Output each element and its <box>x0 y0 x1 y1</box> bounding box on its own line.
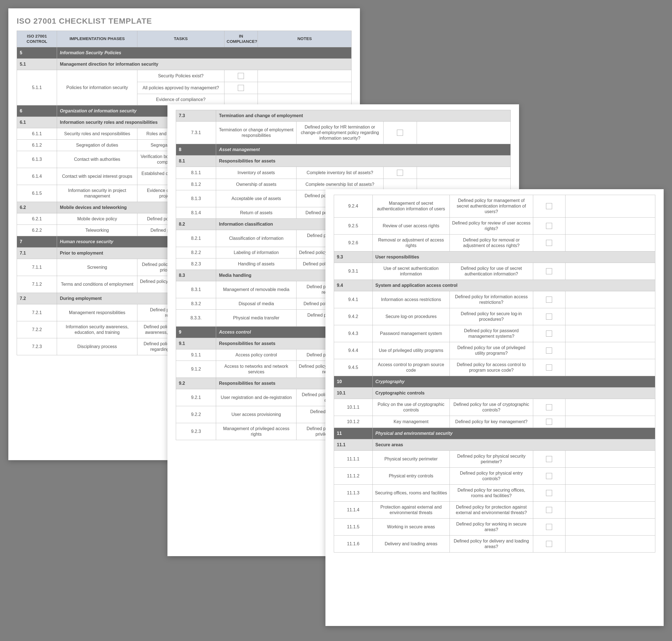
implementation-phase: Working in secure areas <box>372 519 450 535</box>
implementation-phase: Physical security perimeter <box>372 451 450 468</box>
section-label: Asset management <box>216 144 511 155</box>
document-canvas: ISO 27001 CHECKLIST TEMPLATEISO 27001 CO… <box>0 0 672 641</box>
compliance-checkbox[interactable] <box>546 524 552 530</box>
compliance-checkbox[interactable] <box>546 347 552 354</box>
compliance-checkbox[interactable] <box>546 240 552 246</box>
compliance-checkbox[interactable] <box>546 473 552 479</box>
compliance-cell <box>533 342 565 359</box>
control-id: 9.4.4 <box>334 342 373 359</box>
task-text: Defined policy for working in secure are… <box>450 519 533 535</box>
subsection-label: Termination and change of employment <box>216 110 511 122</box>
notes-cell[interactable] <box>258 82 352 94</box>
section-label: Physical and environmental security <box>372 428 655 439</box>
compliance-checkbox[interactable] <box>238 73 244 79</box>
compliance-checkbox[interactable] <box>546 268 552 274</box>
compliance-checkbox[interactable] <box>397 170 403 176</box>
notes-cell[interactable] <box>565 502 655 519</box>
compliance-checkbox[interactable] <box>546 507 552 513</box>
implementation-phase: Labeling of information <box>216 247 297 258</box>
compliance-cell <box>533 195 565 218</box>
implementation-phase: Use of privileged utility programs <box>372 342 450 359</box>
implementation-phase: Security roles and responsibilities <box>57 128 137 139</box>
implementation-phase: Segregation of duties <box>57 139 137 151</box>
control-id: 9.2.4 <box>334 195 373 218</box>
compliance-checkbox[interactable] <box>238 85 244 91</box>
task-text: Defined policy for protection against ex… <box>450 502 533 519</box>
compliance-cell <box>533 468 565 485</box>
notes-cell[interactable] <box>417 179 511 190</box>
control-id: 8.2.1 <box>176 230 216 247</box>
compliance-cell <box>533 535 565 553</box>
phases-header: IMPLEMENTATION PHASES <box>57 31 137 47</box>
notes-cell[interactable] <box>565 535 655 553</box>
compliance-checkbox[interactable] <box>397 129 403 136</box>
notes-cell[interactable] <box>258 70 352 82</box>
control-id: 7.1.2 <box>17 276 57 293</box>
control-id: 9.2.6 <box>334 234 373 251</box>
implementation-phase: Screening <box>57 259 137 276</box>
compliance-checkbox[interactable] <box>546 203 552 209</box>
table-row: 8.1.1Inventory of assetsComplete invento… <box>176 167 511 179</box>
control-id: 9.3.1 <box>334 263 373 280</box>
compliance-checkbox[interactable] <box>546 297 552 303</box>
notes-cell[interactable] <box>565 451 655 468</box>
compliance-cell <box>533 451 565 468</box>
notes-cell[interactable] <box>565 218 655 234</box>
notes-cell[interactable] <box>565 291 655 308</box>
notes-cell[interactable] <box>417 167 511 179</box>
control-id: 9.2.2 <box>176 406 216 423</box>
implementation-phase: Use of secret authentication information <box>372 263 450 280</box>
compliance-checkbox[interactable] <box>546 330 552 337</box>
notes-cell[interactable] <box>565 263 655 280</box>
compliance-checkbox[interactable] <box>546 314 552 320</box>
implementation-phase: Management responsibilities <box>57 304 137 321</box>
compliance-checkbox[interactable] <box>546 223 552 229</box>
implementation-phase: Handling of assets <box>216 258 297 270</box>
notes-cell[interactable] <box>565 468 655 485</box>
compliance-checkbox[interactable] <box>546 419 552 425</box>
control-id: 9.1.1 <box>176 350 216 361</box>
compliance-cell <box>533 502 565 519</box>
compliance-checkbox[interactable] <box>546 490 552 496</box>
subsection-id: 7.2 <box>17 293 57 304</box>
compliance-checkbox[interactable] <box>546 541 552 547</box>
control-id: 11.1.1 <box>334 451 373 468</box>
notes-cell[interactable] <box>565 308 655 325</box>
notes-cell[interactable] <box>258 94 352 105</box>
implementation-phase: Termination or change of employment resp… <box>216 122 297 144</box>
notes-cell[interactable] <box>565 325 655 342</box>
section-id: 10 <box>334 376 373 387</box>
compliance-checkbox[interactable] <box>546 365 552 371</box>
notes-cell[interactable] <box>565 359 655 376</box>
control-id: 11.1.4 <box>334 502 373 519</box>
control-id: 9.4.5 <box>334 359 373 376</box>
implementation-phase: Physical entry controls <box>372 468 450 485</box>
notes-cell[interactable] <box>417 122 511 144</box>
implementation-phase: Mobile device policy <box>57 213 137 224</box>
page-3: 9.2.4Management of secret authentication… <box>326 189 664 626</box>
compliance-cell <box>533 218 565 234</box>
subsection-id: 8.3 <box>176 270 216 281</box>
compliance-checkbox[interactable] <box>546 404 552 410</box>
notes-cell[interactable] <box>565 195 655 218</box>
notes-cell[interactable] <box>565 234 655 251</box>
implementation-phase: Return of assets <box>216 207 297 219</box>
subsection-label: Responsibilities for assets <box>216 155 511 167</box>
implementation-phase: Removal or adjustment of access rights <box>372 234 450 251</box>
table-row: 8.1.2Ownership of assetsComplete ownersh… <box>176 179 511 190</box>
control-id: 11.1.5 <box>334 519 373 535</box>
control-id: 5.1.1 <box>17 70 57 105</box>
notes-cell[interactable] <box>565 485 655 502</box>
subsection-id: 7.1 <box>17 247 57 259</box>
notes-cell[interactable] <box>565 519 655 535</box>
subsection-id: 9.1 <box>176 338 216 350</box>
notes-cell[interactable] <box>565 342 655 359</box>
compliance-cell <box>383 167 417 179</box>
notes-cell[interactable] <box>565 416 655 428</box>
compliance-cell <box>533 325 565 342</box>
control-header: ISO 27001 CONTROL <box>17 31 57 47</box>
task-text: Defined policy for management of secret … <box>450 195 533 218</box>
compliance-checkbox[interactable] <box>546 456 552 462</box>
notes-cell[interactable] <box>565 399 655 416</box>
subsection-id: 6.1 <box>17 117 57 128</box>
